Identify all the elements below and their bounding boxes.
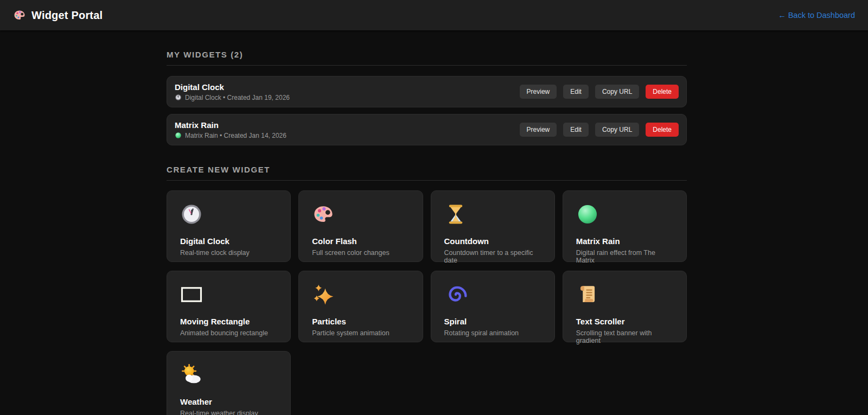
card-title: Text Scroller bbox=[576, 317, 673, 326]
card-color-flash[interactable]: Color Flash Full screen color changes bbox=[298, 190, 423, 262]
rectangle-icon bbox=[180, 283, 203, 306]
my-widgets-heading: MY WIDGETS (2) bbox=[167, 50, 687, 59]
card-title: Digital Clock bbox=[180, 237, 277, 246]
card-description: Rotating spiral animation bbox=[444, 329, 541, 337]
card-particles[interactable]: Particles Particle system animation bbox=[298, 271, 423, 342]
my-widgets-section: MY WIDGETS (2) Digital Clock Digital Clo… bbox=[167, 50, 687, 145]
widget-row-info: Matrix Rain Matrix Rain • Created Jan 14… bbox=[175, 120, 286, 139]
card-description: Digital rain effect from The Matrix bbox=[576, 249, 673, 264]
copy-url-button[interactable]: Copy URL bbox=[595, 85, 639, 99]
card-title: Particles bbox=[312, 317, 409, 326]
spiral-icon bbox=[444, 283, 467, 306]
widget-row-matrix-rain: Matrix Rain Matrix Rain • Created Jan 14… bbox=[167, 114, 687, 145]
brand: Widget Portal bbox=[13, 9, 103, 22]
card-title: Matrix Rain bbox=[576, 237, 673, 246]
delete-button[interactable]: Delete bbox=[646, 85, 679, 99]
scroll-icon bbox=[576, 283, 599, 306]
widget-row-meta: Digital Clock • Created Jan 19, 2026 bbox=[175, 94, 290, 101]
green-dot-icon bbox=[175, 132, 182, 139]
card-title: Moving Rectangle bbox=[180, 317, 277, 326]
delete-button[interactable]: Delete bbox=[646, 123, 679, 137]
widget-row-info: Digital Clock Digital Clock • Created Ja… bbox=[175, 82, 290, 101]
card-digital-clock[interactable]: Digital Clock Real-time clock display bbox=[167, 190, 291, 262]
back-to-dashboard-link[interactable]: ← Back to Dashboard bbox=[778, 11, 855, 20]
edit-button[interactable]: Edit bbox=[563, 85, 589, 99]
palette-logo-icon bbox=[13, 9, 26, 22]
hourglass-icon bbox=[444, 203, 467, 226]
preview-button[interactable]: Preview bbox=[520, 85, 557, 99]
section-divider bbox=[167, 180, 687, 181]
card-title: Color Flash bbox=[312, 237, 409, 246]
card-description: Real-time weather display bbox=[180, 410, 277, 415]
card-description: Countdown timer to a specific date bbox=[444, 249, 541, 264]
card-title: Countdown bbox=[444, 237, 541, 246]
card-description: Real-time clock display bbox=[180, 249, 277, 257]
card-description: Full screen color changes bbox=[312, 249, 409, 257]
card-moving-rectangle[interactable]: Moving Rectangle Animated bouncing recta… bbox=[167, 271, 291, 342]
clock-mini-icon bbox=[175, 94, 182, 101]
create-widget-section: CREATE NEW WIDGET Digital Clock Real-tim… bbox=[167, 165, 687, 415]
palette-icon bbox=[312, 203, 335, 226]
sun-cloud-icon bbox=[180, 363, 203, 386]
card-title: Spiral bbox=[444, 317, 541, 326]
card-description: Scrolling text banner with gradient bbox=[576, 329, 673, 344]
card-weather[interactable]: Weather Real-time weather display bbox=[167, 351, 291, 415]
clock-icon bbox=[180, 203, 203, 226]
widget-row-meta-text: Digital Clock • Created Jan 19, 2026 bbox=[185, 94, 290, 101]
widget-row-actions: Preview Edit Copy URL Delete bbox=[520, 85, 679, 99]
widget-row-title: Matrix Rain bbox=[175, 120, 286, 130]
widget-card-grid: Digital Clock Real-time clock display Co… bbox=[167, 190, 687, 415]
widget-row-meta: Matrix Rain • Created Jan 14, 2026 bbox=[175, 132, 286, 139]
card-text-scroller[interactable]: Text Scroller Scrolling text banner with… bbox=[563, 271, 687, 342]
card-countdown[interactable]: Countdown Countdown timer to a specific … bbox=[431, 190, 555, 262]
app-title: Widget Portal bbox=[31, 9, 103, 22]
card-spiral[interactable]: Spiral Rotating spiral animation bbox=[431, 271, 555, 342]
widget-row-meta-text: Matrix Rain • Created Jan 14, 2026 bbox=[185, 132, 286, 139]
create-widget-heading: CREATE NEW WIDGET bbox=[167, 165, 687, 174]
preview-button[interactable]: Preview bbox=[520, 123, 557, 137]
widget-row-digital-clock: Digital Clock Digital Clock • Created Ja… bbox=[167, 76, 687, 107]
section-divider bbox=[167, 65, 687, 66]
card-description: Particle system animation bbox=[312, 329, 409, 337]
app-header: Widget Portal ← Back to Dashboard bbox=[0, 0, 868, 31]
card-matrix-rain[interactable]: Matrix Rain Digital rain effect from The… bbox=[563, 190, 687, 262]
widget-row-title: Digital Clock bbox=[175, 82, 290, 92]
sparkles-icon bbox=[312, 283, 335, 306]
main-content: MY WIDGETS (2) Digital Clock Digital Clo… bbox=[167, 50, 687, 415]
widget-row-actions: Preview Edit Copy URL Delete bbox=[520, 123, 679, 137]
card-description: Animated bouncing rectangle bbox=[180, 329, 277, 337]
green-sphere-icon bbox=[576, 203, 599, 226]
card-title: Weather bbox=[180, 397, 277, 406]
edit-button[interactable]: Edit bbox=[563, 123, 589, 137]
copy-url-button[interactable]: Copy URL bbox=[595, 123, 639, 137]
